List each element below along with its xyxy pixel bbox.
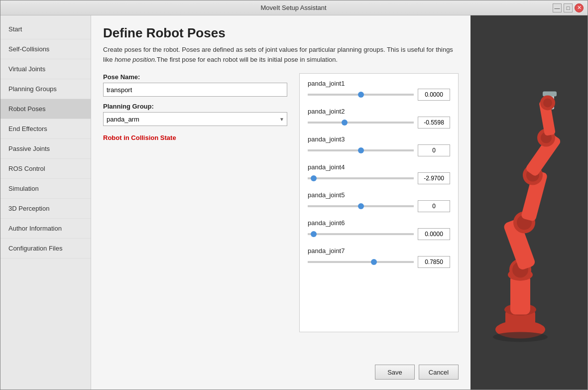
maximize-button[interactable]: □ <box>564 3 573 12</box>
planning-group-label: Planning Group: <box>103 103 287 110</box>
close-button[interactable]: ✕ <box>575 3 584 12</box>
joint-value-panda_joint4[interactable] <box>418 172 450 184</box>
page-title: Define Robot Poses <box>103 25 459 41</box>
planning-group-wrapper: panda_arm panda_hand panda_arm_hand ▼ <box>103 112 287 126</box>
joint-row-panda_joint2: panda_joint2 <box>308 108 450 129</box>
joint-slider-panda_joint3[interactable] <box>308 149 414 151</box>
window-title: MoveIt Setup Assistant <box>34 4 553 11</box>
content-area: Define Robot Poses Create poses for the … <box>91 15 470 390</box>
sidebar-item-author-information[interactable]: Author Information <box>0 219 91 239</box>
joint-slider-row-panda_joint7 <box>308 256 450 268</box>
desc-italic: home position. <box>115 56 157 63</box>
page-description: Create poses for the robot. Poses are de… <box>103 45 459 64</box>
sidebar-item-virtual-joints[interactable]: Virtual Joints <box>0 59 91 79</box>
sidebar-item-end-effectors[interactable]: End Effectors <box>0 119 91 139</box>
joint-name-panda_joint6: panda_joint6 <box>308 219 450 227</box>
joint-slider-panda_joint7[interactable] <box>308 261 414 263</box>
joint-name-panda_joint4: panda_joint4 <box>308 163 450 171</box>
pose-name-input[interactable] <box>103 83 287 97</box>
form-row: Pose Name: Planning Group: panda_arm pan… <box>103 73 459 359</box>
sidebar-item-simulation[interactable]: Simulation <box>0 179 91 199</box>
svg-point-22 <box>543 99 552 108</box>
joint-value-panda_joint3[interactable] <box>418 144 450 156</box>
svg-rect-20 <box>543 92 557 97</box>
joint-value-panda_joint6[interactable] <box>418 228 450 240</box>
joint-slider-row-panda_joint2 <box>308 117 450 129</box>
joint-name-panda_joint1: panda_joint1 <box>308 80 450 87</box>
sidebar-item-3d-perception[interactable]: 3D Perception <box>0 199 91 219</box>
joint-name-panda_joint5: panda_joint5 <box>308 191 450 199</box>
collision-warning: Robot in Collision State <box>103 134 287 141</box>
joint-name-panda_joint3: panda_joint3 <box>308 135 450 143</box>
desc-part2: The first pose for each robot will be it… <box>157 56 338 63</box>
joint-row-panda_joint1: panda_joint1 <box>308 80 450 101</box>
joint-row-panda_joint6: panda_joint6 <box>308 219 450 240</box>
titlebar: MoveIt Setup Assistant — □ ✕ <box>0 0 588 15</box>
pose-name-label: Pose Name: <box>103 73 287 81</box>
joint-value-panda_joint5[interactable] <box>418 200 450 212</box>
cancel-button[interactable]: Cancel <box>419 365 459 380</box>
sidebar-item-passive-joints[interactable]: Passive Joints <box>0 139 91 159</box>
joint-slider-row-panda_joint3 <box>308 144 450 156</box>
sidebar: Start Self-Collisions Virtual Joints Pla… <box>0 15 91 390</box>
footer-buttons: Save Cancel <box>103 359 459 380</box>
joint-row-panda_joint5: panda_joint5 <box>308 191 450 212</box>
joint-slider-panda_joint6[interactable] <box>308 233 414 235</box>
sidebar-item-ros-control[interactable]: ROS Control <box>0 159 91 179</box>
joint-slider-row-panda_joint1 <box>308 89 450 101</box>
sidebar-item-start[interactable]: Start <box>0 19 91 39</box>
joints-panel: panda_joint1 panda_joint2 panda_joint3 p… <box>299 73 459 332</box>
main-content: Start Self-Collisions Virtual Joints Pla… <box>0 15 588 390</box>
robot-visualization <box>470 15 588 390</box>
joint-value-panda_joint1[interactable] <box>418 89 450 101</box>
sidebar-item-robot-poses[interactable]: Robot Poses <box>0 99 91 119</box>
joint-slider-panda_joint1[interactable] <box>308 94 414 96</box>
joint-slider-panda_joint5[interactable] <box>308 205 414 207</box>
robot-viewer <box>470 15 588 390</box>
form-left: Pose Name: Planning Group: panda_arm pan… <box>103 73 287 359</box>
sidebar-item-planning-groups[interactable]: Planning Groups <box>0 79 91 99</box>
joint-slider-row-panda_joint5 <box>308 200 450 212</box>
joint-value-panda_joint2[interactable] <box>418 117 450 129</box>
save-button[interactable]: Save <box>375 365 415 380</box>
joint-value-panda_joint7[interactable] <box>418 256 450 268</box>
sidebar-item-configuration-files[interactable]: Configuration Files <box>0 239 91 259</box>
main-window: MoveIt Setup Assistant — □ ✕ Start Self-… <box>0 0 588 390</box>
joint-slider-row-panda_joint4 <box>308 172 450 184</box>
joint-slider-panda_joint2[interactable] <box>308 122 414 124</box>
joint-row-panda_joint7: panda_joint7 <box>308 247 450 268</box>
planning-group-select[interactable]: panda_arm panda_hand panda_arm_hand <box>103 112 287 126</box>
minimize-button[interactable]: — <box>553 3 562 12</box>
window-controls: — □ ✕ <box>553 3 584 12</box>
joint-row-panda_joint3: panda_joint3 <box>308 135 450 156</box>
joint-slider-panda_joint4[interactable] <box>308 177 414 179</box>
joint-row-panda_joint4: panda_joint4 <box>308 163 450 184</box>
joint-name-panda_joint7: panda_joint7 <box>308 247 450 255</box>
joint-slider-row-panda_joint6 <box>308 228 450 240</box>
sidebar-item-self-collisions[interactable]: Self-Collisions <box>0 39 91 59</box>
svg-point-23 <box>493 332 548 342</box>
joint-name-panda_joint2: panda_joint2 <box>308 108 450 115</box>
